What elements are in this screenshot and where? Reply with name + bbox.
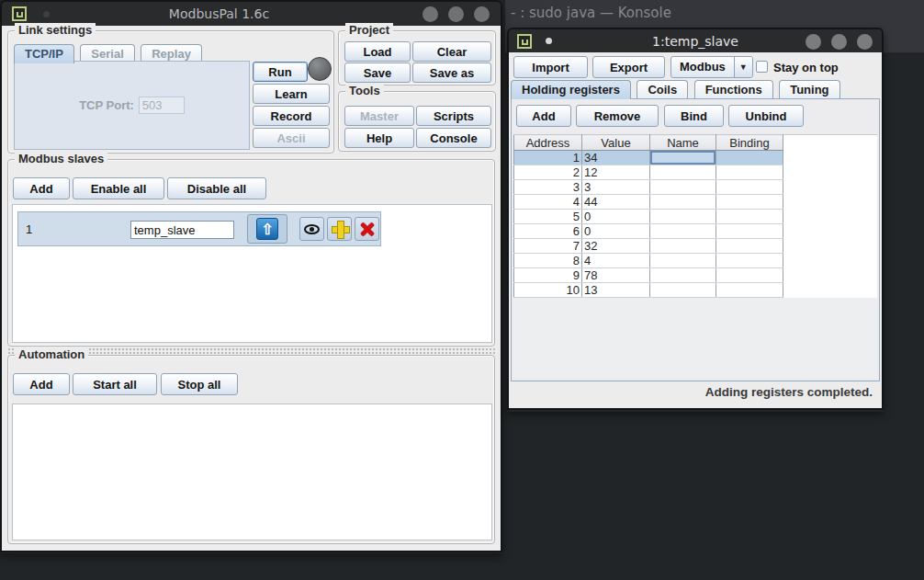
binding-cell[interactable] [716,283,783,298]
window-button-icon[interactable] [831,34,847,50]
value-cell[interactable]: 0 [582,210,650,224]
tab-functions[interactable]: Functions [694,80,773,99]
slave-add-button[interactable]: Add [13,177,70,199]
register-add-button[interactable]: Add [516,105,571,127]
scripts-button[interactable]: Scripts [416,106,491,126]
table-row[interactable]: 33 [514,180,783,195]
name-cell[interactable] [650,151,716,165]
value-cell[interactable]: 12 [582,165,650,180]
automation-add-button[interactable]: Add [13,373,70,395]
register-remove-button[interactable]: Remove [576,105,659,127]
name-column-header[interactable]: Name [650,135,716,151]
export-button[interactable]: Export [592,56,665,78]
name-cell[interactable] [650,239,716,254]
window-button-icon[interactable] [423,6,438,22]
binding-cell[interactable] [716,151,783,165]
table-row[interactable]: 444 [514,195,783,210]
address-cell[interactable]: 3 [514,180,582,195]
name-cell[interactable] [650,254,716,268]
mode-select[interactable]: Modbus ▼ [670,56,753,78]
slave-titlebar[interactable]: 1:temp_slave [507,28,884,52]
name-cell[interactable] [650,165,716,180]
table-row[interactable]: 60 [514,224,783,239]
console-button[interactable]: Console [416,128,491,148]
start-all-button[interactable]: Start all [73,373,157,395]
tab-coils[interactable]: Coils [637,80,688,99]
table-header-row: Address Value Name Binding [514,135,783,151]
slave-content: Import Export Modbus ▼ Stay on top Holdi… [507,52,884,410]
window-button-icon[interactable] [448,6,464,22]
value-cell[interactable]: 44 [582,195,650,210]
table-row[interactable]: 1013 [514,283,783,298]
clear-button[interactable]: Clear [412,41,491,62]
value-cell[interactable]: 32 [582,239,650,254]
name-cell[interactable] [650,268,716,283]
slave-name-input[interactable] [130,221,234,239]
register-scroll-area[interactable]: Address Value Name Binding 1342123344450… [513,134,877,378]
binding-cell[interactable] [716,268,783,283]
table-row[interactable]: 212 [514,165,783,180]
table-row[interactable]: 50 [514,210,783,224]
window-button-icon[interactable] [474,6,490,22]
help-button[interactable]: Help [344,128,414,148]
value-cell[interactable]: 4 [582,254,650,268]
learn-button[interactable]: Learn [253,84,330,104]
address-cell[interactable]: 8 [514,254,582,268]
modbuspal-titlebar[interactable]: ModbusPal 1.6c [0,0,502,26]
address-cell[interactable]: 4 [514,195,582,210]
address-column-header[interactable]: Address [514,135,582,151]
binding-cell[interactable] [716,165,783,180]
slave-enable-toggle[interactable]: ⇧ [247,214,287,244]
value-cell[interactable]: 13 [582,283,650,298]
slave-duplicate-button[interactable] [327,217,352,241]
address-cell[interactable]: 9 [514,268,582,283]
window-button-icon[interactable] [857,34,873,50]
binding-column-header[interactable]: Binding [716,135,783,151]
name-cell[interactable] [650,180,716,195]
name-cell[interactable] [650,195,716,210]
tcp-port-input[interactable] [139,97,185,114]
save-button[interactable]: Save [344,63,411,83]
binding-cell[interactable] [716,210,783,224]
address-cell[interactable]: 6 [514,224,582,239]
binding-cell[interactable] [716,254,783,268]
save-as-button[interactable]: Save as [412,63,491,83]
name-cell[interactable] [650,283,716,298]
register-bind-button[interactable]: Bind [664,105,724,127]
value-cell[interactable]: 34 [582,151,650,165]
name-cell[interactable] [650,210,716,224]
table-row[interactable]: 978 [514,268,783,283]
address-cell[interactable]: 10 [514,283,582,298]
address-cell[interactable]: 5 [514,210,582,224]
binding-cell[interactable] [716,224,783,239]
table-row[interactable]: 84 [514,254,783,268]
address-cell[interactable]: 2 [514,165,582,180]
value-cell[interactable]: 3 [582,180,650,195]
value-cell[interactable]: 0 [582,224,650,239]
disable-all-button[interactable]: Disable all [167,177,266,199]
record-button[interactable]: Record [253,106,330,126]
enable-all-button[interactable]: Enable all [73,177,164,199]
slave-view-button[interactable] [299,217,324,241]
binding-cell[interactable] [716,239,783,254]
value-column-header[interactable]: Value [582,135,650,151]
value-cell[interactable]: 78 [582,268,650,283]
slave-delete-button[interactable] [355,217,379,241]
address-cell[interactable]: 7 [514,239,582,254]
name-cell[interactable] [650,224,716,239]
tab-holding-registers[interactable]: Holding registers [511,80,631,99]
table-row[interactable]: 134 [514,151,783,165]
tab-tuning[interactable]: Tuning [779,80,839,99]
address-cell[interactable]: 1 [514,151,582,165]
window-button-icon[interactable] [806,34,821,50]
stay-on-top-checkbox[interactable] [756,61,768,73]
tab-tcpip[interactable]: TCP/IP [14,44,74,63]
import-button[interactable]: Import [513,56,588,78]
binding-cell[interactable] [716,180,783,195]
binding-cell[interactable] [716,195,783,210]
register-unbind-button[interactable]: Unbind [728,105,804,127]
load-button[interactable]: Load [344,41,411,62]
stop-all-button[interactable]: Stop all [161,373,238,395]
run-button[interactable]: Run [253,62,308,82]
table-row[interactable]: 732 [514,239,783,254]
